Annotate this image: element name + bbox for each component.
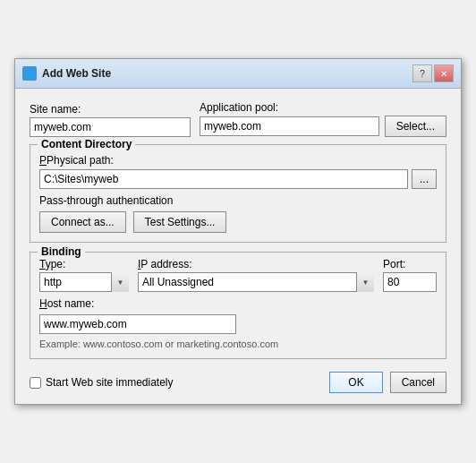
start-immediately-row: Start Web site immediately [30,376,174,389]
content-directory-group: Content Directory PPhysical path: ... Pa… [30,144,446,243]
ip-select[interactable]: All Unassigned [138,272,374,292]
dialog-content: Site name: Application pool: Select... C… [15,89,461,404]
browse-button[interactable]: ... [412,169,437,189]
port-input[interactable] [383,272,437,292]
binding-fields-row: Type: http https ▼ IP address: All Unass… [39,258,437,292]
site-name-group: Site name: [30,103,191,137]
start-immediately-checkbox[interactable] [30,377,41,389]
help-button[interactable]: ? [412,64,432,82]
binding-group-label: Binding [38,245,85,258]
physical-path-input[interactable] [39,169,408,189]
type-select[interactable]: http https [39,272,129,292]
test-settings-button[interactable]: Test Settings... [133,211,227,233]
connect-as-button[interactable]: Connect as... [39,211,126,233]
app-pool-group: Application pool: Select... [200,101,446,137]
ip-field-group: IP address: All Unassigned ▼ [138,258,374,292]
port-field-group: Port: [383,258,437,292]
physical-path-section: PPhysical path: ... [39,154,437,189]
select-pool-button[interactable]: Select... [385,116,446,137]
path-row: ... [39,169,437,189]
physical-path-label: PPhysical path: [39,154,114,167]
site-name-input[interactable] [30,117,191,137]
dialog-icon: 🌐 [22,66,37,81]
example-text: Example: www.contoso.com or marketing.co… [39,339,437,349]
host-name-input[interactable] [39,314,236,334]
title-bar-left: 🌐 Add Web Site [22,66,111,81]
binding-group: Binding Type: http https ▼ IP address: [30,252,446,359]
ok-button[interactable]: OK [329,372,382,393]
type-field-group: Type: http https ▼ [39,258,129,292]
start-immediately-label: Start Web site immediately [46,376,174,389]
title-bar-buttons: ? ✕ [412,64,454,82]
type-label: Type: [39,258,129,270]
footer-row: Start Web site immediately OK Cancel [30,368,446,393]
site-name-label: Site name: [30,103,191,116]
ok-cancel-row: OK Cancel [329,372,446,393]
add-website-dialog: 🌐 Add Web Site ? ✕ Site name: Applicatio… [14,58,462,405]
host-name-group: Host name: Example: www.contoso.com or m… [39,297,437,349]
app-pool-input[interactable] [200,116,379,136]
port-label: Port: [383,258,437,270]
app-pool-label: Application pool: [200,101,446,114]
content-directory-label: Content Directory [38,138,135,150]
ip-select-wrapper: All Unassigned ▼ [138,272,374,292]
connect-buttons-row: Connect as... Test Settings... [39,211,437,233]
type-select-wrapper: http https ▼ [39,272,129,292]
host-name-label: Host name: [39,297,437,310]
cancel-button[interactable]: Cancel [390,372,446,393]
dialog-title: Add Web Site [42,67,111,80]
title-bar: 🌐 Add Web Site ? ✕ [15,59,461,89]
site-name-row: Site name: Application pool: Select... [30,101,446,137]
close-button[interactable]: ✕ [434,64,454,82]
ip-label: IP address: [138,258,374,270]
pass-through-label: Pass-through authentication [39,194,437,207]
